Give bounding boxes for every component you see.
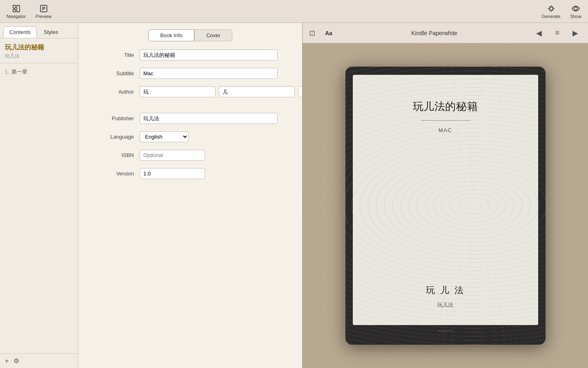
author-first-input[interactable] (140, 86, 216, 97)
author-last-input[interactable] (298, 86, 302, 97)
book-main-title: 玩儿法的秘籍 (5, 43, 73, 52)
panel-toggle-icon: ⊡ (309, 29, 315, 37)
kindle-publisher: 玩儿法 (426, 301, 465, 309)
preview-button[interactable]: Preview (36, 4, 51, 19)
kindle-wrapper: 玩儿法的秘籍 MAC 玩 儿 法 玩儿法 (303, 43, 588, 368)
preview-toolbar: ⊡ Aa Kindle Paperwhite ◀ ≡ ▶ (303, 23, 588, 43)
title-input[interactable] (140, 49, 278, 61)
preview-label: Preview (36, 14, 51, 19)
kindle-bottom (353, 325, 538, 337)
isbn-input[interactable] (140, 150, 205, 161)
publisher-input[interactable] (140, 113, 278, 124)
navigator-button[interactable]: Navigator (7, 4, 26, 19)
isbn-label: ISBN (103, 152, 140, 158)
settings-button[interactable]: ⚙ (13, 357, 19, 365)
tab-cover[interactable]: Cover (194, 29, 232, 41)
panel-toggle-button[interactable]: ⊡ (309, 29, 315, 38)
font-button[interactable]: Aa (322, 28, 336, 38)
svg-rect-1 (13, 9, 16, 12)
tab-book-info[interactable]: Book Info (148, 29, 194, 41)
toolbar-right: Generate Show (542, 4, 581, 19)
main-area: Contents Styles 玩儿法的秘籍 玩儿法 1. 第一章 + ⚙ (0, 23, 588, 368)
preview-icon (39, 4, 48, 13)
language-label: Language (103, 134, 140, 140)
author-inputs (140, 86, 278, 97)
author-label: Author (103, 89, 140, 95)
sidebar-toc: 1. 第一章 (0, 63, 78, 81)
svg-rect-2 (17, 5, 20, 12)
kindle-mac: MAC (439, 127, 452, 133)
list-button[interactable]: ≡ (552, 27, 563, 39)
generate-icon (547, 4, 556, 13)
next-icon: ▶ (572, 29, 578, 37)
sidebar: Contents Styles 玩儿法的秘籍 玩儿法 1. 第一章 + ⚙ (0, 23, 78, 368)
tab-styles[interactable]: Styles (38, 26, 64, 38)
title-label: Title (103, 52, 140, 58)
prev-page-button[interactable]: ◀ (533, 27, 545, 39)
preview-panel: ⊡ Aa Kindle Paperwhite ◀ ≡ ▶ 玩儿法的秘籍 (302, 23, 588, 368)
kindle-screen: 玩儿法的秘籍 MAC 玩 儿 法 玩儿法 (353, 75, 538, 325)
book-info-tabs: Book Info Cover (78, 23, 302, 49)
language-select[interactable]: English Chinese French German Spanish Ja… (140, 131, 189, 142)
publisher-row: Publisher (103, 113, 278, 124)
svg-point-8 (574, 7, 577, 10)
kindle-home-button[interactable] (437, 330, 454, 332)
kindle-device: 玩儿法的秘籍 MAC 玩 儿 法 玩儿法 (345, 67, 546, 345)
show-button[interactable]: Show (570, 4, 581, 19)
show-label: Show (570, 14, 581, 19)
subtitle-input[interactable] (140, 68, 278, 79)
toc-num: 1. (5, 69, 9, 75)
kindle-cover-page: 玩儿法的秘籍 MAC 玩 儿 法 玩儿法 (353, 75, 538, 325)
kindle-author-section: 玩 儿 法 玩儿法 (426, 276, 465, 309)
add-button[interactable]: + (5, 357, 9, 365)
prev-icon: ◀ (536, 29, 542, 37)
version-row: Version (103, 168, 278, 179)
isbn-row: ISBN (103, 150, 278, 161)
version-label: Version (103, 171, 140, 177)
toc-item[interactable]: 1. 第一章 (0, 67, 78, 77)
subtitle-row: Subtitle (103, 68, 278, 79)
form-area: Title Subtitle Author Publishe (78, 49, 302, 186)
toolbar-left: Navigator Preview (7, 4, 51, 19)
navigator-icon (12, 4, 21, 13)
kindle-author-name: 玩 儿 法 (426, 284, 465, 296)
toc-title: 第一章 (11, 68, 27, 76)
main-toolbar: Navigator Preview Generate (0, 0, 588, 23)
next-page-button[interactable]: ▶ (569, 27, 581, 39)
show-icon (571, 4, 580, 13)
kindle-divider (421, 120, 470, 121)
title-row: Title (103, 49, 278, 61)
author-row: Author (103, 86, 278, 97)
center-panel: Book Info Cover Title Subtitle Author (78, 23, 302, 368)
tab-contents[interactable]: Contents (3, 26, 37, 38)
version-input[interactable] (140, 168, 205, 179)
language-row: Language English Chinese French German S… (103, 131, 278, 142)
preview-device-name: Kindle Paperwhite (342, 30, 527, 36)
generate-button[interactable]: Generate (542, 4, 561, 19)
book-title-section: 玩儿法的秘籍 玩儿法 (0, 38, 78, 63)
list-icon: ≡ (555, 29, 559, 37)
book-sub-title: 玩儿法 (5, 53, 73, 60)
spacer (103, 105, 278, 113)
generate-label: Generate (542, 14, 561, 19)
author-middle-input[interactable] (219, 86, 295, 97)
publisher-label: Publisher (103, 115, 140, 121)
sidebar-tabs: Contents Styles (0, 23, 78, 38)
navigator-label: Navigator (7, 14, 26, 19)
sidebar-footer: + ⚙ (0, 353, 78, 368)
svg-rect-0 (13, 5, 16, 8)
subtitle-label: Subtitle (103, 70, 140, 76)
kindle-book-title: 玩儿法的秘籍 (413, 99, 478, 114)
font-icon: Aa (325, 30, 332, 36)
